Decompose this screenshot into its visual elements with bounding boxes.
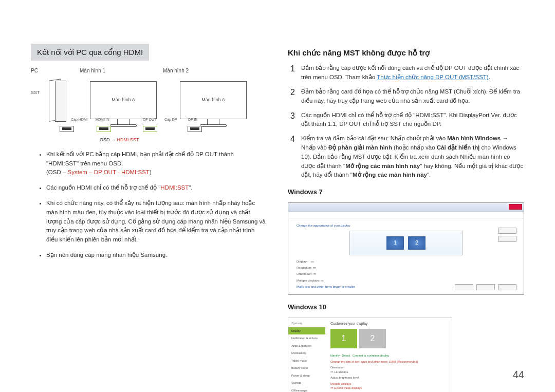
win7-titlebar [288, 203, 524, 212]
win7-side-buttons [498, 228, 516, 244]
bullet-2-pre: Các nguồn HDMI chỉ có thể hỗ trợ chế độ … [46, 184, 160, 191]
win10-side-item: Tablet mode [288, 357, 325, 365]
label-cable-hdmi: Cáp HDMI [71, 117, 88, 123]
num-2: 2 [288, 87, 295, 106]
osd-value: HDMI:SST [117, 137, 139, 142]
win10-side-item: Storage [288, 379, 325, 387]
left-column: Kết nối với PC qua cổng HDMI PC Màn hình… [31, 44, 267, 392]
bullet-1b-pre: (OSD – [46, 169, 68, 175]
n3-text: Các nguồn HDMI chỉ có thể hỗ trợ chế độ … [301, 111, 524, 129]
win10-side-display: Display [288, 327, 325, 335]
win10-identify-link: Identify Detect Connect to a wireless di… [330, 353, 447, 358]
win10-side-item: Multitasking [288, 349, 325, 357]
diagram-label-mon1: Màn hình 1 [80, 67, 163, 75]
win7-ok-button [455, 284, 473, 290]
win10-monitor-1-icon: 1 [330, 329, 357, 348]
win10-screenshot: System Display Notification & actions Ap… [288, 318, 452, 392]
win7-monitor-1-icon: 1 [386, 236, 404, 250]
win10-main: Customize your display 1 2 Identify Dete… [325, 318, 452, 392]
win10-main-head: Customize your display [330, 321, 447, 327]
win10-sidebar: System Display Notification & actions Ap… [288, 318, 325, 392]
win10-side-title: System [288, 320, 325, 327]
monitor-2-screen: Màn hình A [180, 81, 247, 119]
page-number: 44 [513, 367, 524, 383]
win10-side-item: Notification & actions [288, 334, 325, 342]
n1-text-b: . [489, 74, 490, 80]
win10-heading: Windows 10 [288, 302, 524, 312]
num-item-4: 4 Kiểm tra và đảm bảo cài đặt sau: Nhấp … [288, 134, 524, 180]
num-item-3: 3 Các nguồn HDMI chỉ có thể hỗ trợ chế đ… [288, 111, 524, 129]
diagram-top-labels: PC Màn hình 1 Màn hình 2 [31, 67, 267, 75]
pc-graphic [49, 80, 66, 122]
win10-scale-row: Change the size of text, apps and other … [330, 360, 447, 364]
num-4: 4 [288, 134, 295, 180]
left-heading: Kết nối với PC qua cổng HDMI [31, 44, 149, 61]
left-bullets: Khi kết nối với PC bằng cáp HDMI, bạn ph… [31, 150, 267, 260]
win7-cancel-button [476, 284, 495, 290]
win7-caption: Change the appearance of your display [297, 223, 515, 228]
label-dp-in: DP IN [188, 117, 198, 123]
n2-text: Đảm bảo rằng card đồ họa có thể hỗ trợ c… [301, 87, 524, 106]
label-dp-out: DP OUT [143, 117, 156, 123]
diagram-label-pc: PC [31, 67, 80, 75]
win10-side-item: Apps & features [288, 342, 325, 350]
right-heading: Khi chức năng MST không được hỗ trợ [288, 47, 524, 59]
win10-side-item: Offline maps [288, 387, 325, 392]
win7-display-preview: 1 2 [349, 231, 462, 255]
win10-adjust: Adjust brightness level [330, 376, 447, 380]
n1-link[interactable]: Thực hiện chức năng DP OUT (MST/SST) [377, 74, 489, 80]
bullet-2-post: ". [189, 184, 192, 191]
bullet-1b-red: System – DP OUT - HDMI:SST [68, 169, 150, 175]
win7-heading: Windows 7 [288, 187, 524, 197]
bullet-1b-post: ) [150, 169, 152, 175]
win10-side-item: Power & sleep [288, 372, 325, 380]
bullet-1: Khi kết nối với PC bằng cáp HDMI, bạn ph… [46, 150, 267, 177]
win10-orientation: Orientation▭ Landscape [330, 365, 447, 374]
win7-close-icon [509, 204, 522, 210]
num-item-2: 2 Đảm bảo rằng card đồ họa có thể hỗ trợ… [288, 87, 524, 106]
osd-prefix: OSD → [100, 137, 117, 142]
bullet-1a: Khi kết nối với PC bằng cáp HDMI, bạn ph… [46, 151, 234, 166]
port-dp-in [188, 126, 202, 132]
n4-text: Kiểm tra và đảm bảo cài đặt sau: Nhấp ch… [301, 134, 524, 180]
port-pc [60, 126, 74, 132]
win7-monitor-2-icon: 2 [408, 236, 425, 250]
osd-path: OSD → HDMI:SST [100, 137, 139, 144]
label-cable-dp: Cáp DP [164, 117, 177, 123]
win7-bottom-buttons [455, 284, 516, 290]
port-hdmi-in [97, 126, 111, 132]
numbered-list: 1 Đảm bảo rằng cáp được kết nối đúng các… [288, 64, 524, 180]
sst-label: SST [31, 89, 40, 97]
win10-display-preview: 1 2 [330, 329, 447, 348]
label-hdmi-in: HDMI IN [96, 117, 109, 123]
monitor-1-screen: Màn hình A [90, 81, 157, 119]
diagram-label-mon2: Màn hình 2 [163, 67, 267, 75]
win7-screenshot: Change the appearance of your display 1 … [288, 202, 524, 295]
bullet-2: Các nguồn HDMI chỉ có thể hỗ trợ chế độ … [46, 183, 267, 193]
win7-addressbar [288, 212, 524, 218]
num-item-1: 1 Đảm bảo rằng cáp được kết nối đúng các… [288, 64, 524, 82]
win7-apply-button [498, 284, 516, 290]
win7-identify-button [498, 236, 516, 242]
num-3: 3 [288, 111, 295, 129]
win10-multiple: Multiple displays▭ Extend these displays [330, 382, 447, 390]
connection-diagram: SST Màn hình A Màn hình A Cáp HDMI HDMI … [31, 77, 267, 144]
num-1: 1 [288, 64, 295, 82]
win10-side-item: Battery saver [288, 364, 325, 372]
right-column: Khi chức năng MST không được hỗ trợ 1 Đả… [288, 44, 524, 392]
port-dp-out [143, 126, 157, 132]
win10-monitor-2-icon: 2 [359, 329, 386, 348]
bullet-4: Bạn nên dùng cáp mang nhãn hiệu Samsung. [46, 251, 267, 260]
bullet-3: Khi có chức năng này, có thể xảy ra hiện… [46, 199, 267, 245]
win7-detect-button [498, 228, 516, 234]
bullet-2-red: HDMI:SST [160, 184, 189, 191]
